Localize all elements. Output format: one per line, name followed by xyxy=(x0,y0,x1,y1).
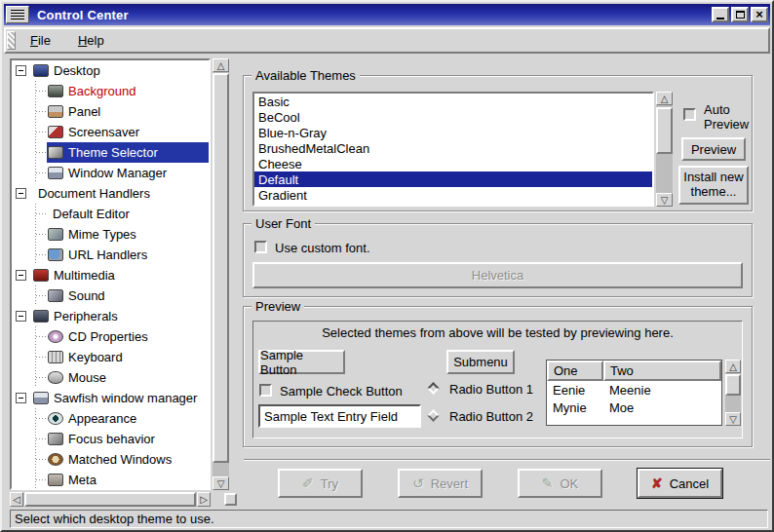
scroll-up-icon[interactable]: △ xyxy=(656,92,673,105)
tree-collapse-icon[interactable] xyxy=(16,393,26,403)
sample-checkbox[interactable] xyxy=(259,384,272,397)
sidebar-item-desktop[interactable]: Desktop xyxy=(12,60,209,81)
sidebar-item-url-handlers[interactable]: URL Handlers xyxy=(12,245,209,265)
user-font-label: User Font xyxy=(252,216,315,231)
tree-horizontal-scrollbar[interactable]: ◁ ▷ xyxy=(10,492,211,507)
sidebar-item-document-handlers[interactable]: Document Handlers xyxy=(12,183,209,204)
preview-caption: Selected themes from above will be teste… xyxy=(252,325,743,340)
sidebar-item-background[interactable]: Background xyxy=(12,81,209,101)
try-icon: ✐ xyxy=(302,475,314,491)
scrollbar-thumb[interactable] xyxy=(725,374,741,396)
tree-collapse-icon[interactable] xyxy=(16,311,26,322)
sidebar-item-keyboard[interactable]: Keyboard xyxy=(12,347,209,367)
sidebar-item-meta[interactable]: Meta xyxy=(12,470,209,490)
minimize-button[interactable] xyxy=(712,7,729,22)
sample-button[interactable]: Sample Button xyxy=(258,350,345,374)
sidebar-item-theme-selector[interactable]: Theme Selector xyxy=(12,142,209,163)
tree-collapse-icon[interactable] xyxy=(16,188,26,199)
try-button[interactable]: ✐ Try xyxy=(278,469,363,498)
sidebar-item-panel[interactable]: Panel xyxy=(12,101,209,122)
preview-button[interactable]: Preview xyxy=(681,137,746,161)
theme-list-item[interactable]: Cheese xyxy=(254,156,652,171)
auto-preview-checkbox[interactable] xyxy=(683,108,696,121)
titlebar[interactable]: Control Center × xyxy=(4,4,770,25)
preview-label: Preview xyxy=(252,299,304,314)
tree-vertical-scrollbar[interactable]: △ ▽ xyxy=(213,58,229,490)
auto-preview-label: Auto Preview xyxy=(704,102,749,132)
keyboard-icon xyxy=(48,351,63,363)
theme-list-item[interactable]: BrushedMetalClean xyxy=(254,140,652,156)
theme-list-item[interactable]: BeCool xyxy=(254,109,652,125)
sidebar-item-focus-behavior[interactable]: Focus behavior xyxy=(12,429,209,449)
scroll-right-icon[interactable]: ▷ xyxy=(197,492,211,507)
scroll-up-icon[interactable]: △ xyxy=(213,58,229,72)
scrollbar-thumb[interactable] xyxy=(24,492,196,507)
menu-help[interactable]: Help xyxy=(69,30,113,51)
column-header[interactable]: One xyxy=(547,361,603,381)
use-custom-font-checkbox[interactable] xyxy=(254,241,267,253)
cancel-icon: ✘ xyxy=(651,475,663,491)
sidebar-item-window-manager[interactable]: Window Manager xyxy=(12,163,209,183)
scroll-up-icon[interactable]: △ xyxy=(725,360,741,373)
sidebar-item-screensaver[interactable]: Screensaver xyxy=(12,122,209,142)
desktop-icon xyxy=(33,64,49,77)
ok-icon: ✎ xyxy=(542,475,554,491)
tree-collapse-icon[interactable] xyxy=(16,65,26,76)
sidebar-item-label: Keyboard xyxy=(68,350,123,364)
theme-list-item[interactable]: Blue-n-Gray xyxy=(254,125,652,140)
sidebar-item-matched-windows[interactable]: Matched Windows xyxy=(12,449,209,470)
theme-list-scrollbar[interactable]: △ ▽ xyxy=(656,92,673,207)
close-button[interactable]: × xyxy=(751,7,768,22)
theme-list[interactable]: BasicBeCoolBlue-n-GrayBrushedMetalCleanC… xyxy=(252,92,654,207)
separator xyxy=(244,459,770,461)
scroll-left-icon[interactable]: ◁ xyxy=(10,492,23,507)
sample-table-scrollbar[interactable]: △ ▽ xyxy=(725,360,741,426)
sidebar-item-peripherals[interactable]: Peripherals xyxy=(12,306,209,326)
install-new-theme-button[interactable]: Install new theme... xyxy=(678,166,749,205)
window-menu-button[interactable] xyxy=(6,6,29,23)
window-controls: × xyxy=(712,7,768,22)
mouse-icon xyxy=(48,371,63,384)
sample-check-label: Sample Check Button xyxy=(280,384,403,399)
radio2-row: Radio Button 2 xyxy=(429,409,533,424)
ok-button[interactable]: ✎ OK xyxy=(518,469,602,498)
table-row[interactable]: MynieMoe xyxy=(547,399,721,416)
sidebar-item-multimedia[interactable]: Multimedia xyxy=(12,265,209,285)
maximize-button[interactable] xyxy=(731,7,749,22)
sidebar-item-appearance[interactable]: Appearance xyxy=(12,408,209,429)
radio-button-2[interactable] xyxy=(427,409,440,422)
sidebar-item-sawfish-window-manager[interactable]: Sawfish window manager xyxy=(12,388,209,408)
menubar-grip[interactable] xyxy=(7,31,16,50)
theme-list-item[interactable]: Default xyxy=(254,171,652,187)
scrollbar-corner-grip[interactable] xyxy=(224,493,237,506)
appearance-icon xyxy=(48,412,63,425)
theme-list-item[interactable]: Basic xyxy=(254,94,652,109)
theme-list-item[interactable]: Gradient xyxy=(254,187,652,203)
sidebar-item-mime-types[interactable]: Mime Types xyxy=(12,224,209,245)
sidebar-item-label: Screensaver xyxy=(68,125,139,139)
radio-button-1[interactable] xyxy=(427,382,440,395)
tree-guide xyxy=(35,81,47,101)
revert-button[interactable]: ↺ Revert xyxy=(398,469,483,498)
sample-text-entry[interactable] xyxy=(258,404,421,428)
use-custom-font-label: Use custom font. xyxy=(275,241,370,255)
cancel-button[interactable]: ✘ Cancel xyxy=(638,469,722,498)
sidebar-item-label: URL Handlers xyxy=(68,247,147,262)
scroll-down-icon[interactable]: ▽ xyxy=(656,193,673,207)
menu-file[interactable]: File xyxy=(21,30,59,51)
scroll-down-icon[interactable]: ▽ xyxy=(213,476,229,490)
scrollbar-thumb[interactable] xyxy=(213,73,229,463)
column-header[interactable]: Two xyxy=(603,361,721,381)
sidebar-item-label: Multimedia xyxy=(54,268,115,283)
font-picker-button[interactable]: Helvetica xyxy=(252,262,743,288)
sidebar-item-mouse[interactable]: Mouse xyxy=(12,367,209,388)
tree-collapse-icon[interactable] xyxy=(16,270,26,281)
submenu-button[interactable]: Submenu xyxy=(446,350,515,374)
sidebar-item-default-editor[interactable]: Default Editor xyxy=(12,204,209,224)
table-row[interactable]: EenieMeenie xyxy=(547,381,721,399)
scroll-down-icon[interactable]: ▽ xyxy=(725,412,741,426)
scrollbar-thumb[interactable] xyxy=(656,107,673,154)
sidebar-item-cd-properties[interactable]: CD Properties xyxy=(12,326,209,347)
sidebar-tree[interactable]: DesktopBackgroundPanelScreensaverTheme S… xyxy=(10,58,211,490)
sidebar-item-sound[interactable]: Sound xyxy=(12,285,209,306)
